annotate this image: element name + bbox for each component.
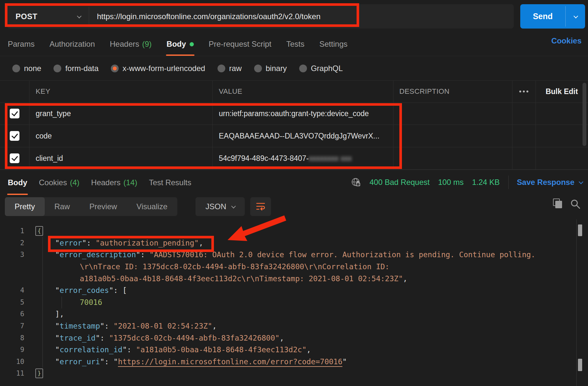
- view-tab-pretty[interactable]: Pretty: [5, 197, 45, 216]
- code-token: ": [55, 239, 60, 247]
- radio-icon[interactable]: [53, 65, 61, 72]
- code-line: a181a0b5-0baa-4b18-8648-4f3eec113d2c\r\n…: [0, 272, 588, 284]
- error-uri-link[interactable]: https://login.microsoftonline.com/error?…: [118, 357, 342, 366]
- code-token: ,: [212, 322, 217, 330]
- send-button-group: Send: [520, 4, 585, 29]
- response-tab-cookies[interactable]: Cookies(4): [39, 170, 79, 195]
- row-key-cell[interactable]: code: [36, 132, 52, 140]
- tab-label: Body: [167, 40, 186, 49]
- send-button[interactable]: Send: [520, 4, 565, 29]
- tab-tests[interactable]: Tests: [286, 32, 304, 56]
- body-mode-none[interactable]: none: [12, 64, 41, 73]
- code-token: ": [113, 357, 118, 366]
- code-token: a181a0b5-0baa-4b18-8648-4f3eec113d2c\r\n…: [80, 274, 403, 283]
- tab-pre-request-script[interactable]: Pre-request Script: [209, 32, 271, 56]
- code-token: ": [55, 345, 60, 354]
- fold-column: {: [24, 226, 55, 236]
- bulk-edit-button[interactable]: Bulk Edit: [535, 80, 588, 103]
- more-options-icon[interactable]: [512, 80, 535, 103]
- radio-icon[interactable]: [218, 65, 225, 72]
- network-globe-lock-icon[interactable]: [351, 177, 361, 187]
- code-token: "2021-08-01 02:54:23Z": [113, 322, 212, 330]
- body-mode-label: raw: [229, 64, 242, 73]
- send-options-button[interactable]: [566, 4, 585, 29]
- method-selector[interactable]: POST: [7, 4, 89, 29]
- row-key-cell[interactable]: grant_type: [36, 109, 71, 118]
- save-response-button[interactable]: Save Response: [517, 178, 582, 187]
- cookies-link[interactable]: Cookies: [551, 36, 582, 45]
- tab-settings[interactable]: Settings: [319, 32, 347, 56]
- code-text: "error": "authorization_pending",: [55, 239, 203, 247]
- tab-body[interactable]: Body: [167, 32, 194, 56]
- code-token: ": [55, 322, 60, 330]
- body-mode-raw[interactable]: raw: [218, 64, 242, 73]
- row-key-cell[interactable]: client_id: [36, 154, 63, 163]
- code-line: 570016: [0, 296, 588, 308]
- code-token: "1375dcc8-02cb-4494-abfb-83fa32426800": [109, 334, 279, 342]
- tab-label: Headers: [110, 40, 139, 49]
- copy-icon[interactable]: [553, 199, 564, 210]
- fold-marker-icon[interactable]: {: [35, 226, 43, 236]
- search-icon[interactable]: [570, 199, 581, 210]
- code-line: 8"trace_id": "1375dcc8-02cb-4494-abfb-83…: [0, 332, 588, 344]
- row-checkbox[interactable]: [10, 131, 19, 141]
- row-value-cell[interactable]: urn:ietf:params:oauth:grant-type:device_…: [219, 109, 369, 118]
- editor-scrollbar-thumb[interactable]: [578, 224, 582, 236]
- row-checkbox[interactable]: [10, 153, 19, 163]
- row-checkbox[interactable]: [10, 109, 19, 118]
- body-mode-label: GraphQL: [311, 64, 343, 73]
- code-text: "error_codes": [: [55, 286, 127, 295]
- body-mode-form-data[interactable]: form-data: [53, 64, 99, 73]
- row-value-cell[interactable]: EAQABAAEAAAD--DLA3VO7QrddgJg7WevrX...: [219, 132, 380, 140]
- body-mode-graphql[interactable]: GraphQL: [299, 64, 343, 73]
- tab-count: (14): [123, 178, 137, 187]
- url-input[interactable]: https://login.microsoftonline.com/organi…: [89, 4, 321, 29]
- code-token: ": [100, 357, 104, 366]
- code-line: 7"timestamp": "2021-08-01 02:54:23Z",: [0, 320, 588, 332]
- editor-scrollbar-thumb[interactable]: [578, 359, 582, 371]
- code-line: 4"error_codes": [: [0, 284, 588, 296]
- response-time: 100 ms: [438, 178, 464, 187]
- radio-icon[interactable]: [299, 65, 307, 72]
- tab-label: Authorization: [50, 40, 95, 49]
- tab-authorization[interactable]: Authorization: [50, 32, 95, 56]
- body-mode-x-www-form-urlencoded[interactable]: x-www-form-urlencoded: [111, 64, 205, 73]
- wrap-lines-button[interactable]: [250, 197, 271, 216]
- tab-count: (9): [142, 40, 152, 49]
- tab-params[interactable]: Params: [8, 32, 35, 56]
- radio-icon[interactable]: [254, 65, 262, 72]
- column-header-key: KEY: [36, 80, 50, 103]
- table-border: [0, 80, 588, 81]
- code-token: ": [123, 345, 127, 354]
- code-token: ,: [279, 334, 284, 342]
- view-tab-visualize[interactable]: Visualize: [127, 197, 177, 216]
- radio-icon[interactable]: [111, 65, 119, 72]
- table-scrollbar[interactable]: [582, 83, 586, 146]
- code-token: ": [136, 250, 140, 259]
- row-value-text: 54c9f794-489c-4473-8407-: [219, 154, 309, 163]
- response-meta: 400 Bad Request 100 ms 1.24 KB Save Resp…: [351, 170, 582, 195]
- view-tab-raw[interactable]: Raw: [45, 197, 80, 216]
- code-token: ": [342, 357, 347, 366]
- response-tab-body[interactable]: Body: [8, 170, 27, 195]
- row-value-cell[interactable]: 54c9f794-489c-4473-8407-xxxxxxxx xxx: [219, 154, 352, 163]
- active-tab-underline: [166, 54, 194, 56]
- view-tab-preview[interactable]: Preview: [80, 197, 127, 216]
- tab-headers[interactable]: Headers(9): [110, 32, 152, 56]
- tab-label: Test Results: [149, 178, 191, 187]
- line-number: 2: [0, 239, 24, 247]
- row-value-text: EAQABAAEAAAD--DLA3VO7QrddgJg7WevrX...: [219, 132, 380, 140]
- body-mode-binary[interactable]: binary: [254, 64, 287, 73]
- format-select[interactable]: JSON: [195, 197, 245, 216]
- code-text: "error_description": "AADSTS70016: OAuth…: [55, 250, 535, 259]
- code-token: 70016: [80, 298, 102, 307]
- response-tab-test-results[interactable]: Test Results: [149, 170, 191, 195]
- radio-icon[interactable]: [12, 65, 20, 72]
- response-body-editor: 1{2"error": "authorization_pending",3"er…: [0, 219, 588, 386]
- fold-marker-icon[interactable]: }: [35, 368, 43, 378]
- unsaved-dot-icon: [190, 42, 194, 46]
- code-token: error_description: [60, 250, 136, 259]
- response-tab-headers[interactable]: Headers(14): [91, 170, 137, 195]
- table-row: client_id54c9f794-489c-4473-8407-xxxxxxx…: [0, 147, 588, 170]
- code-token: \r\nTrace ID: 1375dcc8-02cb-4494-abfb-83…: [80, 262, 389, 271]
